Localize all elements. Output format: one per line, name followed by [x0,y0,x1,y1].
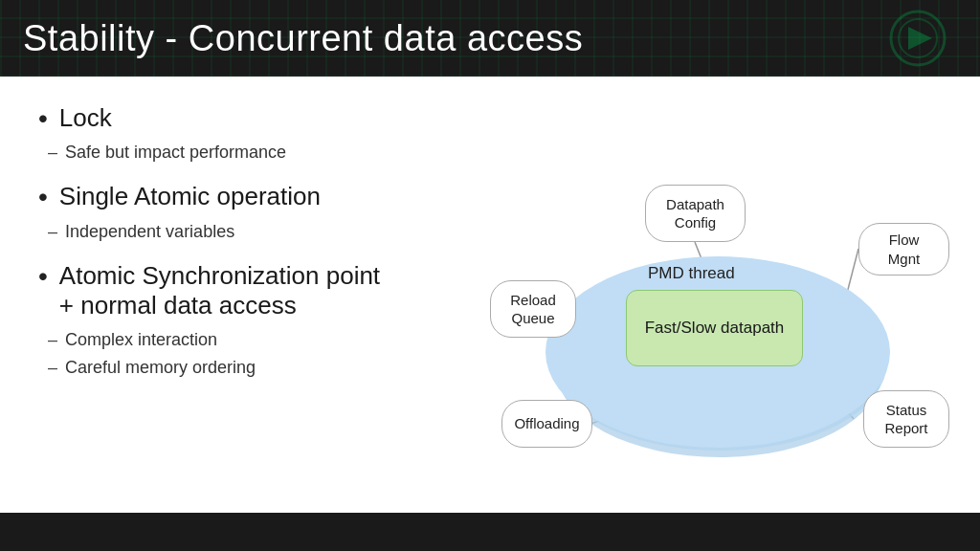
bullet-dot: • [38,184,48,210]
sub-list-lock: – Safe but impact performance [38,141,431,165]
bullet-atomic: • Single Atomic operation – Independent … [38,182,431,243]
right-panel: PMD thread Fast/Slow datapath Reload Que… [459,77,980,551]
fast-slow-label: Fast/Slow datapath [645,318,785,339]
node-status-report: Status Report [863,390,949,448]
list-item: – Careful memory ordering [38,356,431,380]
bullet-dot: • [38,105,48,132]
sub-dash: – [48,328,57,352]
footer-bar [0,513,980,551]
header-arrow-icon [884,10,951,67]
main-content: • Lock – Safe but impact performance • S… [0,77,980,551]
list-item: – Independent variables [38,220,431,244]
sub-atomic-0: Independent variables [65,220,234,244]
node-flow-mgnt: Flow Mgnt [858,223,949,276]
bullet-sync-label: Atomic Synchronization point+ normal dat… [59,261,380,320]
bullet-sync: • Atomic Synchronization point+ normal d… [38,261,431,381]
fast-slow-box: Fast/Slow datapath [626,290,803,366]
sub-dash: – [48,220,57,244]
sub-dash: – [48,356,57,380]
sub-dash: – [48,141,57,165]
sub-list-atomic: – Independent variables [38,220,431,244]
bullet-list: • Lock – Safe but impact performance • S… [38,103,431,381]
list-item: – Complex interaction [38,328,431,352]
node-reload-queue: Reload Queue [490,280,576,338]
bullet-atomic-label: Single Atomic operation [59,182,321,211]
svg-marker-2 [908,27,932,50]
list-item: – Safe but impact performance [38,141,431,165]
header: Stability - Concurrent data access [0,0,980,77]
sub-sync-1: Careful memory ordering [65,356,256,380]
node-offloading: Offloading [501,400,592,448]
page-title: Stability - Concurrent data access [23,18,583,59]
sub-sync-0: Complex interaction [65,328,217,352]
sub-list-sync: – Complex interaction – Careful memory o… [38,328,431,380]
bullet-lock-label: Lock [59,103,112,133]
left-panel: • Lock – Safe but impact performance • S… [0,77,459,551]
bullet-dot: • [38,263,48,290]
sub-lock-0: Safe but impact performance [65,141,286,165]
pmd-thread-label: PMD thread [648,264,735,283]
node-datapath-config: Datapath Config [645,185,746,242]
diagram: PMD thread Fast/Slow datapath Reload Que… [480,132,959,496]
bullet-lock: • Lock – Safe but impact performance [38,103,431,165]
